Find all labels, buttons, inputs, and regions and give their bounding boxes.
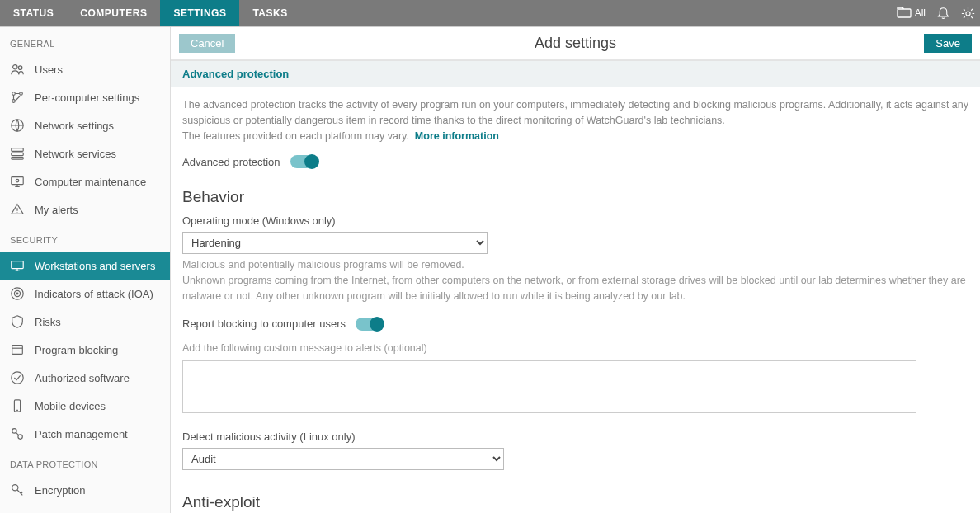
svg-point-22 bbox=[12, 485, 18, 491]
cancel-button[interactable]: Cancel bbox=[179, 34, 235, 53]
sidebar-item-program-blocking[interactable]: Program blocking bbox=[0, 336, 170, 364]
tab-settings[interactable]: SETTINGS bbox=[160, 0, 239, 26]
sidebar-item-label: Network settings bbox=[35, 120, 114, 132]
custom-message-label: Add the following custom message to aler… bbox=[182, 341, 968, 356]
svg-point-6 bbox=[12, 100, 16, 103]
sidebar-item-patch[interactable]: Patch management bbox=[0, 420, 170, 448]
panel-title-advanced: Advanced protection bbox=[171, 60, 980, 87]
sidebar-item-network-settings[interactable]: Network settings bbox=[0, 111, 170, 139]
sidebar-item-label: Risks bbox=[35, 316, 61, 328]
svg-rect-8 bbox=[12, 148, 23, 152]
svg-rect-0 bbox=[898, 9, 911, 17]
advanced-protection-label: Advanced protection bbox=[182, 156, 280, 168]
sidebar-item-label: Indicators of attack (IOA) bbox=[35, 288, 153, 300]
sidebar-item-label: Network services bbox=[35, 148, 116, 160]
more-information-link[interactable]: More information bbox=[415, 130, 499, 142]
sidebar-item-mobile[interactable]: Mobile devices bbox=[0, 392, 170, 420]
sidebar-item-percomputer[interactable]: Per-computer settings bbox=[0, 83, 170, 111]
operating-mode-hint: Malicious and potentially malicious prog… bbox=[182, 257, 968, 304]
tab-tasks[interactable]: TASKS bbox=[239, 0, 300, 26]
report-blocking-toggle[interactable] bbox=[356, 318, 384, 331]
detect-linux-select[interactable]: Audit bbox=[182, 448, 504, 470]
behavior-heading: Behavior bbox=[182, 188, 968, 206]
sidebar-item-label: Per-computer settings bbox=[35, 92, 139, 104]
sidebar-section-dataprotection: DATA PROTECTION bbox=[0, 448, 170, 476]
report-blocking-label: Report blocking to computer users bbox=[182, 318, 346, 330]
filter-all-label: All bbox=[915, 7, 926, 19]
operating-mode-select[interactable]: Hardening bbox=[182, 232, 488, 254]
detect-linux-label: Detect malicious activity (Linux only) bbox=[182, 431, 968, 443]
sidebar-item-authorized-software[interactable]: Authorized software bbox=[0, 364, 170, 392]
sidebar-item-label: Authorized software bbox=[35, 372, 130, 384]
sidebar-item-risks[interactable]: Risks bbox=[0, 308, 170, 336]
svg-point-1 bbox=[965, 11, 969, 15]
sidebar-section-security: SECURITY bbox=[0, 224, 170, 252]
sidebar-section-general: GENERAL bbox=[0, 27, 170, 55]
svg-point-4 bbox=[12, 92, 16, 96]
sidebar-item-label: My alerts bbox=[35, 204, 78, 216]
sidebar-item-encryption[interactable]: Encryption bbox=[0, 476, 170, 504]
tab-status[interactable]: STATUS bbox=[0, 0, 67, 26]
sidebar-item-label: Users bbox=[35, 64, 63, 76]
notifications-icon[interactable] bbox=[931, 0, 955, 26]
antiexploit-heading: Anti-exploit bbox=[182, 493, 968, 511]
svg-point-18 bbox=[12, 372, 23, 384]
save-button[interactable]: Save bbox=[924, 34, 972, 53]
sidebar-item-ioa[interactable]: Indicators of attack (IOA) bbox=[0, 280, 170, 308]
folder-icon bbox=[897, 7, 912, 21]
sidebar-item-alerts[interactable]: My alerts bbox=[0, 195, 170, 224]
sidebar-item-label: Computer maintenance bbox=[35, 176, 146, 188]
svg-point-12 bbox=[16, 179, 19, 182]
content: Cancel Add settings Save Advanced protec… bbox=[171, 27, 980, 513]
svg-rect-9 bbox=[12, 153, 23, 156]
svg-point-3 bbox=[18, 66, 22, 70]
sidebar-item-label: Mobile devices bbox=[35, 400, 106, 412]
sidebar-item-label: Patch management bbox=[35, 428, 128, 440]
sidebar-item-label: Program blocking bbox=[35, 344, 118, 356]
custom-message-textarea[interactable] bbox=[182, 360, 916, 413]
sidebar: GENERAL Users Per-computer settings Netw… bbox=[0, 27, 171, 513]
sidebar-item-network-services[interactable]: Network services bbox=[0, 139, 170, 167]
svg-point-16 bbox=[16, 293, 18, 294]
page-title: Add settings bbox=[535, 35, 616, 52]
gear-icon[interactable] bbox=[955, 0, 980, 26]
sidebar-item-label: Encryption bbox=[35, 484, 85, 497]
operating-mode-label: Operating mode (Windows only) bbox=[182, 214, 968, 227]
svg-rect-10 bbox=[12, 158, 23, 160]
sidebar-item-label: Workstations and servers bbox=[35, 260, 155, 272]
svg-point-2 bbox=[13, 65, 17, 69]
filter-all[interactable]: All bbox=[897, 7, 926, 21]
sidebar-item-workstations[interactable]: Workstations and servers bbox=[0, 252, 170, 280]
tab-computers[interactable]: COMPUTERS bbox=[67, 0, 160, 26]
sidebar-item-maintenance[interactable]: Computer maintenance bbox=[0, 167, 170, 195]
advanced-description: The advanced protection tracks the activ… bbox=[182, 97, 968, 144]
topbar: STATUS COMPUTERS SETTINGS TASKS All bbox=[0, 0, 980, 26]
svg-rect-11 bbox=[12, 177, 23, 185]
advanced-protection-toggle[interactable] bbox=[290, 155, 318, 168]
sidebar-item-users[interactable]: Users bbox=[0, 55, 170, 83]
svg-rect-13 bbox=[12, 261, 23, 269]
svg-rect-17 bbox=[12, 346, 23, 355]
content-header: Cancel Add settings Save bbox=[171, 27, 980, 60]
svg-point-5 bbox=[20, 92, 23, 96]
